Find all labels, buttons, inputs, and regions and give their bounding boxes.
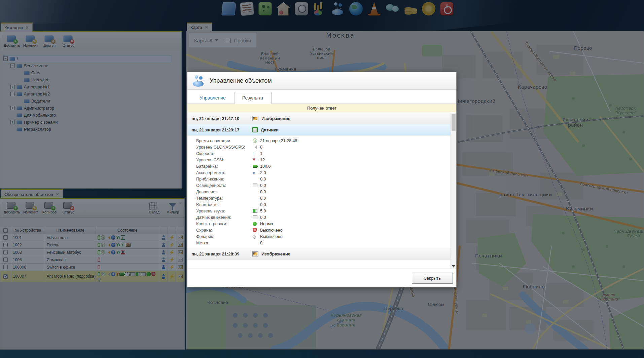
sensor-row: Уровень GSM:Y12 xyxy=(196,157,451,163)
sensor-value: 0 xyxy=(260,145,262,150)
scroll-down-icon[interactable] xyxy=(452,265,455,268)
sensor-value: 0 xyxy=(260,241,262,245)
entry-timestamp: пн, 21 января 21:28:39 xyxy=(191,251,249,256)
sensor-label: Скорость: xyxy=(196,151,253,156)
sensor-label: Давление: xyxy=(196,190,253,194)
sensor-box-icon xyxy=(253,215,257,219)
sensor-label: Влажность: xyxy=(196,202,253,207)
sensor-label: Температура: xyxy=(196,196,253,201)
dialog-tab-result[interactable]: Результат xyxy=(235,92,272,104)
sensor-icon-cell: ✕ xyxy=(253,228,260,232)
result-entry-header[interactable]: пн, 21 января 21:29:17Датчики xyxy=(187,124,451,135)
sensor-value: 0.0 xyxy=(260,196,266,201)
joystick-icon xyxy=(192,75,205,87)
sensor-value: 1 xyxy=(260,151,262,156)
sensor-icon-cell xyxy=(253,209,260,213)
status-banner: Получен ответ xyxy=(187,104,456,112)
sensor-value: Выключено xyxy=(260,234,283,239)
sensor-label: Уровень GSM: xyxy=(196,158,253,162)
sensor-label: Время навигации: xyxy=(196,138,253,143)
sensor-icon-cell xyxy=(253,235,260,238)
sensor-row: Охрана:✕Выключено xyxy=(196,227,451,233)
close-dialog-button[interactable]: Закрыть xyxy=(412,273,453,284)
result-list: пн, 21 января 21:47:10Изображениепн, 21 … xyxy=(187,113,456,269)
arrow-up-icon: ↑ xyxy=(253,151,255,156)
scrollbar-thumb[interactable] xyxy=(452,114,456,131)
gsm-antenna-red-icon: Y xyxy=(253,158,255,162)
flashlight-icon xyxy=(253,235,256,238)
entry-timestamp: пн, 21 января 21:47:10 xyxy=(191,116,249,121)
sensor-row: Фонарик:Выключено xyxy=(196,233,451,240)
sensor-value: 0.0 xyxy=(260,215,266,220)
sensor-row: Приближение:0.0 xyxy=(196,176,451,182)
object-control-dialog: Управление объектом УправлениеРезультат … xyxy=(187,72,457,287)
sensor-row: Время навигации:◷21 января 21:28:48 xyxy=(196,137,451,144)
sensor-icon-cell: Y xyxy=(253,158,260,162)
dialog-footer: Закрыть xyxy=(187,269,456,287)
sensor-label: Кнопка тревоги: xyxy=(196,222,253,226)
entry-timestamp: пн, 21 января 21:29:17 xyxy=(191,127,249,132)
battery-icon xyxy=(253,165,257,168)
entry-type-label: Изображение xyxy=(261,116,290,121)
sensor-icon-cell xyxy=(253,145,260,149)
sensor-box-icon xyxy=(253,184,257,187)
sensor-label: Уровень GLONASS/GPS: xyxy=(196,145,253,150)
dialog-title: Управление объектом xyxy=(210,77,272,84)
sensor-row: Скорость:↑1 xyxy=(196,150,451,157)
image-icon xyxy=(252,116,258,121)
sensor-row: Освещенность:0.0 xyxy=(196,182,451,189)
sensor-row: Акселерометр:»2.0 xyxy=(196,169,451,176)
sensor-value: 5.0 xyxy=(260,209,266,213)
sensor-value: 2.0 xyxy=(260,170,266,175)
sensor-value: 21 января 21:28:48 xyxy=(260,138,297,143)
accelerometer-icon: » xyxy=(253,170,254,175)
sensor-icon-cell xyxy=(253,222,260,226)
sensor-value: Выключено xyxy=(260,228,283,233)
sensor-readings: Время навигации:◷21 января 21:28:48Урове… xyxy=(187,135,451,248)
sensor-value: 100.0 xyxy=(260,164,271,169)
sensor-label: Охрана: xyxy=(196,228,253,233)
result-entry-header[interactable]: пн, 21 января 21:28:39Изображение xyxy=(187,248,451,260)
sensor-value: 0.0 xyxy=(260,190,266,194)
sensor-label: Фонарик: xyxy=(196,234,253,239)
guard-off-icon: ✕ xyxy=(253,228,257,232)
sensor-row: Давление:0.0 xyxy=(196,189,451,195)
sensor-value: 12 xyxy=(260,158,265,162)
sensor-icon-cell xyxy=(253,184,260,187)
sensor-icon-cell: ↑ xyxy=(253,151,260,156)
sensor-row: Температура:0.0 xyxy=(196,195,451,201)
sensor-icon-cell: ◷ xyxy=(253,138,260,143)
dialog-tabs: УправлениеРезультат xyxy=(187,90,456,104)
sensor-value: Норма xyxy=(260,222,273,226)
alarm-ok-icon xyxy=(253,222,257,226)
sensor-icon-cell xyxy=(253,215,260,219)
sensor-label: Датчик движения: xyxy=(196,215,253,220)
signal-grey-icon xyxy=(253,145,257,149)
sensor-value: 0.0 xyxy=(260,202,266,207)
sensor-row: Метка:0 xyxy=(196,240,451,246)
result-entry-header[interactable]: пн, 21 января 21:47:10Изображение xyxy=(187,113,451,124)
sensor-icon-cell: » xyxy=(253,170,260,175)
sensor-label: Метка: xyxy=(196,241,253,245)
sensor-value: 0.0 xyxy=(260,183,266,188)
sensor-value: 0.0 xyxy=(260,177,266,182)
sensor-row: Влажность:0.0 xyxy=(196,201,451,208)
sensor-label: Освещенность: xyxy=(196,183,253,188)
sensor-label: Батарейка: xyxy=(196,164,253,169)
clock-icon: ◷ xyxy=(253,138,257,143)
sensors-icon xyxy=(252,127,258,132)
scrollbar[interactable] xyxy=(451,113,456,269)
sensor-label: Уровень звука: xyxy=(196,209,253,213)
sensor-row: Батарейка:100.0 xyxy=(196,163,451,169)
sensor-row: Уровень звука:5.0 xyxy=(196,208,451,214)
dialog-tab-control[interactable]: Управление xyxy=(192,92,233,104)
sensor-icon-cell xyxy=(253,165,260,168)
sensor-row: Уровень GLONASS/GPS:0 xyxy=(196,144,451,150)
sensor-level-icon xyxy=(253,209,257,213)
entry-type-label: Изображение xyxy=(261,251,290,256)
sensor-label: Приближение: xyxy=(196,177,253,182)
sensor-label: Акселерометр: xyxy=(196,170,253,175)
sensor-row: Датчик движения:0.0 xyxy=(196,214,451,221)
entry-type-label: Датчики xyxy=(261,127,279,132)
image-icon xyxy=(252,251,258,256)
